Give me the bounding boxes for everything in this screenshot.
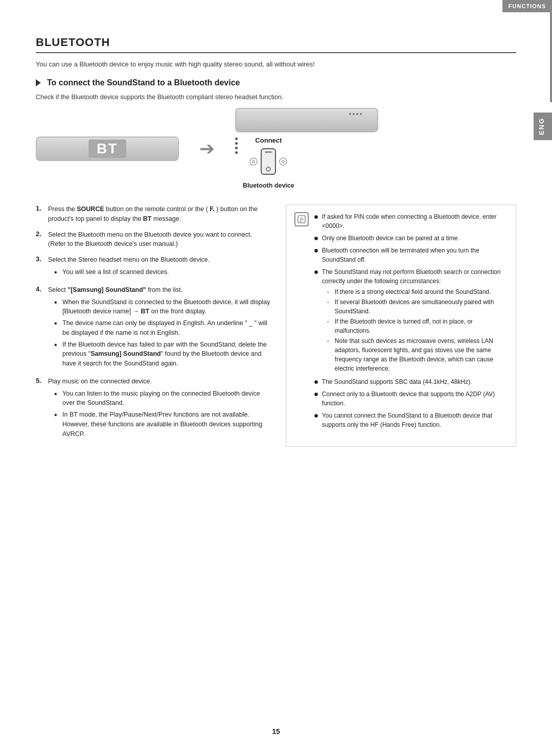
- step-3: 3. Select the Stereo headset menu on the…: [36, 255, 270, 279]
- dot-2: [235, 142, 238, 145]
- page-number: 15: [272, 727, 280, 736]
- eng-sidebar-label: ENG: [534, 112, 552, 140]
- note-2: ● Only one Bluetooth device can be paire…: [314, 234, 508, 243]
- wave-right-icon: ⦾: [279, 156, 287, 168]
- dash-3: -: [327, 317, 332, 335]
- bt-bold: BT: [143, 215, 152, 222]
- dash-4: -: [327, 336, 332, 373]
- samsung-soundstand-bold: "[Samsung] SoundStand": [67, 286, 146, 293]
- right-device-area: Connect ⦾ ⦾ Bluetooth device: [235, 108, 378, 189]
- subsection-title-text: To connect the SoundStand to a Bluetooth…: [47, 78, 240, 87]
- note-bullet-dot-1: ●: [314, 212, 319, 221]
- page: FUNCTIONS ENG BLUETOOTH You can use a Bl…: [0, 0, 552, 756]
- note-4-sub-3-text: If the Bluetooth device is turned off, n…: [335, 317, 508, 335]
- bullet-dot: •: [54, 297, 59, 317]
- bluetooth-device-label: Bluetooth device: [243, 182, 294, 189]
- note-3-text: Bluetooth connection will be terminated …: [322, 246, 508, 264]
- phone-icon: [261, 148, 276, 175]
- diagram-area: BT ➔: [36, 108, 516, 189]
- right-column-notes: ● If asked for PIN code when connecting …: [286, 204, 516, 447]
- soundstand-bt-device: BT: [36, 136, 179, 161]
- section-title: BLUETOOTH: [36, 36, 516, 53]
- step-4-sub-2: • The device name can only be displayed …: [54, 318, 270, 338]
- step-5-sub-2-text: In BT mode, the Play/Pause/Next/Prev fun…: [62, 410, 270, 439]
- note-bullet-dot-3: ●: [314, 246, 319, 255]
- note-2-text: Only one Bluetooth device can be paired …: [322, 234, 459, 243]
- step-1-num: 1.: [36, 204, 44, 212]
- step-4-sub-3: • If the Bluetooth device has failed to …: [54, 340, 270, 369]
- connect-label-area: Connect ⦾ ⦾ Bluetooth device: [235, 136, 294, 189]
- note-6: ● Connect only to a Bluetooth device tha…: [314, 390, 508, 408]
- led-dots: [349, 113, 362, 115]
- step-5-sub-2: • In BT mode, the Play/Pause/Next/Prev f…: [54, 410, 270, 439]
- note-6-text: Connect only to a Bluetooth device that …: [322, 390, 508, 408]
- step-2-content: Select the Bluetooth menu on the Bluetoo…: [48, 230, 270, 249]
- dash-2: -: [327, 297, 332, 316]
- note-4-sub-4-text: Note that such devices as microwave oven…: [335, 336, 508, 373]
- note-bullet-dot-5: ●: [314, 377, 319, 386]
- step-5-sub-1: • You can listen to the music playing on…: [54, 389, 270, 408]
- phone-speaker: [265, 151, 272, 153]
- note-bullets-list: ● If asked for PIN code when connecting …: [314, 212, 508, 432]
- subsection-title: To connect the SoundStand to a Bluetooth…: [36, 78, 516, 87]
- step-2: 2. Select the Bluetooth menu on the Blue…: [36, 230, 270, 249]
- note-5-text: The SoundStand supports SBC data (44.1kH…: [322, 377, 472, 386]
- step-4-num: 4.: [36, 285, 44, 293]
- led-dot-2: [353, 113, 355, 115]
- bullet-dot-5: •: [54, 410, 59, 439]
- step-3-num: 3.: [36, 255, 44, 263]
- note-icon: [294, 212, 309, 226]
- step-4-sub-3-text: If the Bluetooth device has failed to pa…: [62, 340, 270, 369]
- led-dot-3: [356, 113, 358, 115]
- led-dot-1: [349, 113, 351, 115]
- step-4-sub-bullets: • When the SoundStand is connected to th…: [48, 297, 270, 369]
- arrow-right-icon: [36, 79, 41, 86]
- soundstand-bar-right: [235, 108, 378, 132]
- main-content: BLUETOOTH You can use a Bluetooth device…: [36, 20, 516, 447]
- step-5-num: 5.: [36, 377, 44, 384]
- note-4-content: The SoundStand may not perform Bluetooth…: [322, 267, 508, 374]
- note-bullet-dot-7: ●: [314, 411, 319, 420]
- step-4-sub-1-text: When the SoundStand is connected to the …: [62, 297, 270, 317]
- step-1-content: Press the SOURCE button on the remote co…: [48, 204, 270, 224]
- step-4-sub-1: • When the SoundStand is connected to th…: [54, 297, 270, 317]
- note-4-sub-3: - If the Bluetooth device is turned off,…: [327, 317, 508, 335]
- dash-1: -: [327, 287, 332, 296]
- note-4-sub-2: - If several Bluetooth devices are simul…: [327, 297, 508, 316]
- step-3-sub-bullets: • You will see a list of scanned devices…: [48, 267, 270, 277]
- phone-home-button: [266, 167, 271, 172]
- wave-left-icon: ⦾: [249, 156, 258, 168]
- note-bullet-dot-6: ●: [314, 390, 319, 399]
- note-1-text: If asked for PIN code when connecting a …: [322, 212, 508, 231]
- bt-label: BT: [88, 140, 126, 158]
- note-4-sub-1-text: If there is a strong electrical field ar…: [335, 287, 491, 296]
- connect-text-area: Connect ⦾ ⦾ Bluetooth device: [243, 136, 294, 189]
- functions-line: [550, 0, 552, 102]
- connect-label: Connect: [255, 136, 282, 144]
- note-header: ● If asked for PIN code when connecting …: [294, 212, 508, 432]
- dot-4: [235, 151, 238, 154]
- step-4-content: Select "[Samsung] SoundStand" from the l…: [48, 285, 270, 371]
- steps-list: 1. Press the SOURCE button on the remote…: [36, 204, 270, 441]
- note-4: ● The SoundStand may not perform Bluetoo…: [314, 267, 508, 374]
- step-3-sub-1: • You will see a list of scanned devices…: [54, 267, 270, 277]
- step-4-sub-2-text: The device name can only be displayed in…: [62, 318, 270, 338]
- step-5-sub-1-text: You can listen to the music playing on t…: [62, 389, 270, 408]
- left-column: 1. Press the SOURCE button on the remote…: [36, 204, 270, 447]
- soundstand-bar-left: BT: [36, 136, 179, 161]
- check-text: Check if the Bluetooth device supports t…: [36, 94, 516, 101]
- note-7-text: You cannot connect the SoundStand to a B…: [322, 411, 508, 429]
- phone-icon-area: ⦾ ⦾: [249, 148, 287, 175]
- note-bullet-dot-4: ●: [314, 267, 319, 277]
- bullet-dot-3: •: [54, 340, 59, 369]
- bullet-dot-2: •: [54, 318, 59, 338]
- step-5-content: Play music on the connected device. • Yo…: [48, 377, 270, 441]
- note-4-sub-1: - If there is a strong electrical field …: [327, 287, 508, 296]
- functions-label: FUNCTIONS: [502, 0, 552, 12]
- bullet-dot-4: •: [54, 389, 59, 408]
- note-4-sub-list: - If there is a strong electrical field …: [322, 287, 508, 373]
- bullet-dot: •: [54, 267, 59, 277]
- functions-bar: FUNCTIONS: [502, 0, 552, 12]
- note-5: ● The SoundStand supports SBC data (44.1…: [314, 377, 508, 386]
- dot-1: [235, 138, 238, 140]
